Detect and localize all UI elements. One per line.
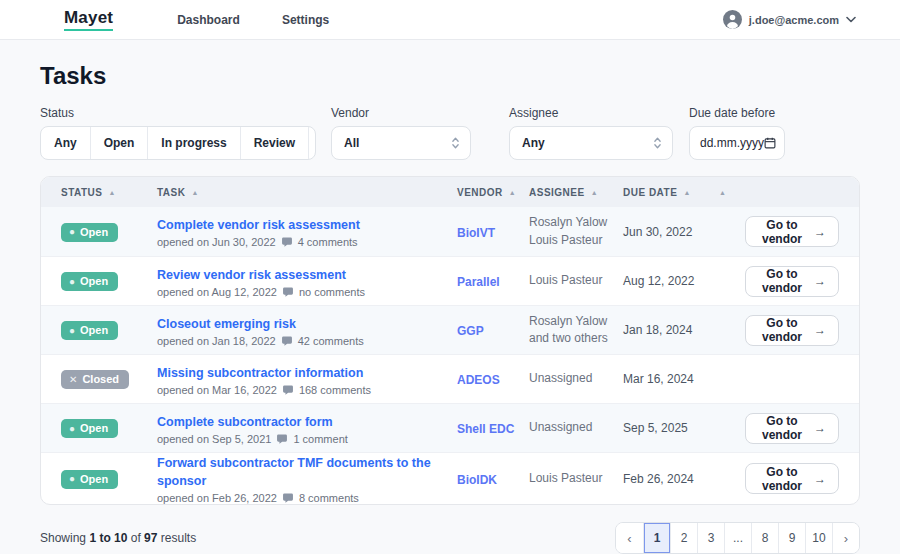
opened-date: opened on Aug 12, 2022 — [157, 286, 277, 298]
status-option-in-progress[interactable]: In progress — [147, 127, 239, 159]
column-header-vendor[interactable]: VENDOR▲ — [457, 187, 529, 198]
task-link[interactable]: Missing subcontractor information — [157, 366, 363, 380]
vendor-link[interactable]: ADEOS — [457, 373, 500, 387]
due-date: Jun 30, 2022 — [623, 225, 719, 239]
status-badge: ●Open — [61, 470, 118, 489]
arrow-right-icon: → — [814, 323, 826, 337]
task-link[interactable]: Complete vendor risk assessment — [157, 218, 360, 232]
column-header-assignee[interactable]: ASSIGNEE▲ — [529, 187, 623, 198]
task-link[interactable]: Complete subcontractor form — [157, 415, 333, 429]
main-nav: Dashboard Settings — [177, 13, 329, 27]
next-page-button[interactable]: › — [832, 523, 859, 553]
status-x-icon: ✕ — [69, 374, 77, 385]
task-link[interactable]: Review vendor risk assessment — [157, 268, 346, 282]
main-content: Tasks Status Any Open In progress Review… — [0, 62, 900, 554]
status-filter-label: Status — [40, 106, 316, 120]
avatar-icon — [723, 10, 742, 29]
task-link[interactable]: Forward subcontractor TMF documents to t… — [157, 456, 431, 488]
opened-date: opened on Sep 5, 2021 — [157, 433, 271, 445]
table-row: ●Open Complete vendor risk assessment op… — [41, 207, 859, 256]
task-link[interactable]: Closeout emerging risk — [157, 317, 296, 331]
sort-icon[interactable]: ▲ — [591, 189, 598, 196]
status-dot-icon: ● — [69, 423, 75, 434]
comment-count: 1 comment — [293, 433, 347, 445]
page-button-1[interactable]: 1 — [643, 523, 670, 553]
due-date-input[interactable]: dd.mm.yyyy — [689, 126, 785, 160]
page-button-3[interactable]: 3 — [697, 523, 724, 553]
calendar-icon[interactable] — [764, 137, 776, 149]
vendor-link[interactable]: BioIDK — [457, 473, 497, 487]
filters-bar: Status Any Open In progress Review Close… — [40, 106, 860, 160]
vendor-filter-label: Vendor — [331, 106, 471, 120]
due-date: Jan 18, 2024 — [623, 323, 719, 337]
user-menu[interactable]: j.doe@acme.com — [723, 10, 856, 29]
page-button-10[interactable]: 10 — [805, 523, 832, 553]
status-badge: ●Open — [61, 419, 118, 438]
assignee-names: Louis Pasteur — [529, 470, 623, 487]
status-option-closed[interactable]: Closed — [308, 127, 316, 159]
sort-icon[interactable]: ▲ — [191, 189, 198, 196]
status-option-open[interactable]: Open — [90, 127, 148, 159]
table-row: ●Open Complete subcontractor form opened… — [41, 403, 859, 452]
status-badge: ●Open — [61, 321, 118, 340]
brand-logo[interactable]: Mayet — [64, 8, 113, 31]
sort-icon[interactable]: ▲ — [509, 189, 516, 196]
previous-page-button[interactable]: ‹ — [616, 523, 643, 553]
sort-icon[interactable]: ▲ — [719, 189, 726, 196]
status-badge: ●Open — [61, 272, 118, 291]
table-row: ●Open Review vendor risk assessment open… — [41, 256, 859, 305]
top-navigation-bar: Mayet Dashboard Settings j.doe@acme.com — [0, 0, 900, 40]
task-meta: opened on Jun 30, 2022 4 comments — [157, 236, 457, 248]
vendor-select[interactable]: All — [331, 126, 471, 160]
status-option-review[interactable]: Review — [240, 127, 308, 159]
due-date-placeholder: dd.mm.yyyy — [700, 136, 764, 150]
column-header-extra-sort[interactable]: ▲ — [719, 189, 745, 196]
status-option-any[interactable]: Any — [41, 127, 90, 159]
assignee-filter-label: Assignee — [509, 106, 673, 120]
table-row: ●Open Closeout emerging risk opened on J… — [41, 305, 859, 354]
task-meta: opened on Feb 26, 2022 8 comments — [157, 492, 457, 504]
page-button-8[interactable]: 8 — [751, 523, 778, 553]
due-date: Feb 26, 2024 — [623, 472, 719, 486]
table-footer: Showing 1 to 10 of 97 results ‹ 1 2 3 ..… — [40, 522, 860, 554]
vendor-link[interactable]: GGP — [457, 324, 484, 338]
assignee-names: Unassigned — [529, 370, 623, 387]
status-badge: ●Open — [61, 223, 118, 242]
comment-count: 8 comments — [299, 492, 359, 504]
comment-count: 42 comments — [298, 335, 364, 347]
assignee-names: Louis Pasteur — [529, 272, 623, 289]
page-button-2[interactable]: 2 — [670, 523, 697, 553]
arrow-right-icon: → — [814, 225, 826, 239]
comment-count: no comments — [299, 286, 365, 298]
comment-icon — [282, 384, 294, 396]
assignee-select[interactable]: Any — [509, 126, 673, 160]
comment-count: 168 comments — [299, 384, 371, 396]
comment-icon — [281, 335, 293, 347]
page-button-9[interactable]: 9 — [778, 523, 805, 553]
due-date: Mar 16, 2024 — [623, 372, 719, 386]
vendor-link[interactable]: Shell EDC — [457, 422, 514, 436]
status-badge: ✕Closed — [61, 370, 129, 389]
go-to-vendor-button[interactable]: Go to vendor→ — [745, 315, 839, 346]
page-title: Tasks — [40, 62, 860, 90]
select-chevrons-icon — [451, 136, 460, 150]
nav-item-dashboard[interactable]: Dashboard — [177, 13, 240, 27]
go-to-vendor-button[interactable]: Go to vendor→ — [745, 463, 839, 494]
vendor-link[interactable]: Parallel — [457, 275, 500, 289]
opened-date: opened on Feb 26, 2022 — [157, 492, 277, 504]
column-header-status[interactable]: STATUS▲ — [61, 187, 157, 198]
nav-item-settings[interactable]: Settings — [282, 13, 329, 27]
go-to-vendor-button[interactable]: Go to vendor→ — [745, 266, 839, 297]
vendor-link[interactable]: BioIVT — [457, 226, 495, 240]
go-to-vendor-button[interactable]: Go to vendor→ — [745, 413, 839, 444]
select-chevrons-icon — [653, 136, 662, 150]
status-filter-group: Status Any Open In progress Review Close… — [40, 106, 316, 160]
go-to-vendor-button[interactable]: Go to vendor→ — [745, 216, 839, 247]
status-dot-icon: ● — [69, 276, 75, 287]
column-header-task[interactable]: TASK▲ — [157, 187, 457, 198]
assignee-names: Unassigned — [529, 419, 623, 436]
column-header-due-date[interactable]: DUE DATE▲ — [623, 187, 719, 198]
pagination: ‹ 1 2 3 ... 8 9 10 › — [615, 522, 860, 554]
sort-icon[interactable]: ▲ — [683, 189, 690, 196]
sort-icon[interactable]: ▲ — [109, 189, 116, 196]
